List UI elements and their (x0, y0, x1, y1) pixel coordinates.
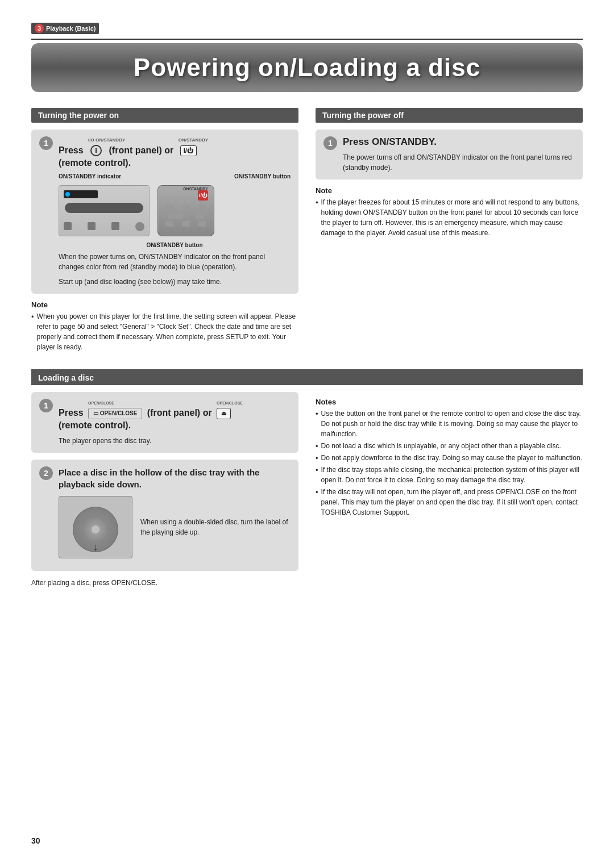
bullet-dot-l3: • (316, 454, 318, 463)
step1-content: Press I/O ON/STANDBY (front panel) or ON… (59, 136, 291, 287)
remote-key-6 (182, 221, 190, 227)
panel-btn-1 (64, 222, 72, 230)
remote-key-4 (196, 213, 204, 219)
chapter-badge: 3 Playback (Basic) (31, 23, 99, 34)
indicator-label: ON/STANDBY indicator (59, 173, 121, 180)
loading-note-text-2: Do not load a disc which is unplayable, … (321, 441, 561, 451)
remote-key-1 (165, 205, 173, 211)
loading-right-col: Notes • Use the button on the front pane… (316, 392, 583, 588)
loading-step1-main: Press OPEN/CLOSE ▭ OPEN/CLOSE (front pan… (59, 399, 291, 432)
power-on-section: Turning the power on 1 Press I/O ON/STAN… (31, 108, 298, 358)
after-placing-text: After placing a disc, press OPEN/CLOSE. (31, 578, 298, 588)
loading-note-text-1: Use the button on the front panel or the… (321, 408, 583, 439)
loading-remote-label: (remote control). (59, 420, 131, 430)
loading-section: Loading a disc 1 Press OPEN/CLOSE ▭ OPEN… (31, 369, 583, 588)
remote-key-5 (165, 221, 173, 227)
panel-disc-slot (65, 203, 143, 213)
loading-step1-num: 1 (39, 399, 53, 412)
power-off-header: Turning the power off (316, 108, 583, 123)
remote-img: ONSTANDBY I/⏻ (157, 185, 214, 236)
disc-arrow-icon: ↓ (93, 541, 98, 553)
diagram-labels: ON/STANDBY indicator ON/STANDBY button (59, 173, 291, 180)
disc-hole (92, 525, 99, 533)
loading-press-label: Press (59, 408, 84, 418)
bullet-dot-l4: • (316, 466, 318, 485)
power-on-step1: 1 Press I/O ON/STANDBY (front panel) or … (31, 130, 298, 294)
loading-note-text-4: If the disc tray stops while closing, th… (321, 465, 583, 485)
remote-row-1 (161, 205, 210, 211)
main-title: Powering on/Loading a disc (48, 53, 566, 82)
button-label-top: ON/STANDBY button (234, 173, 291, 180)
power-circle-icon (90, 145, 102, 156)
bullet-dot-l2: • (316, 442, 318, 451)
loading-note-text-3: Do not apply downforce to the disc tray.… (321, 453, 582, 463)
power-on-note: Note • When you power on this player for… (31, 301, 298, 352)
power-off-section: Turning the power off 1 Press ON/STANDBY… (316, 108, 583, 358)
power-off-step1-body: The power turns off and ON/STANDBY indic… (343, 152, 575, 173)
remote-row-3 (161, 221, 210, 227)
bullet-dot-l1: • (316, 410, 318, 439)
loading-note-text-5: If the disc tray will not open, turn the… (321, 487, 583, 518)
press-on-standby-title: Press ON/STANDBY. (343, 136, 575, 148)
power-off-note-title: Note (316, 186, 583, 195)
disc-caption: When using a double-sided disc, turn the… (140, 517, 291, 537)
loading-step2-num: 2 (39, 466, 53, 480)
on-standby-remote-btn: I/⏻ (180, 145, 197, 156)
front-panel-img (59, 185, 150, 236)
power-on-header: Turning the power on (31, 108, 298, 123)
remote-standby-btn-icon: I/⏻ (198, 190, 208, 201)
page-number: 30 (31, 836, 40, 845)
power-on-note-text: When you power on this player for the fi… (37, 311, 298, 352)
on-standby-remote-top-label: ON/STANDBY (179, 137, 208, 143)
remote-key-7 (198, 221, 206, 227)
loading-step2-title: Place a disc in the hollow of the disc t… (59, 466, 291, 490)
remote-key-2 (182, 205, 190, 211)
front-panel-text: (front panel) or (109, 145, 174, 155)
two-column-section: Turning the power on 1 Press I/O ON/STAN… (31, 108, 583, 358)
chapter-title-text: Playback (Basic) (46, 25, 96, 32)
press-label: Press (59, 145, 84, 155)
power-off-step1-num: 1 (323, 136, 337, 150)
loading-notes-title: Notes (316, 398, 583, 406)
loading-note-item-1: • Use the button on the front panel or t… (316, 408, 583, 439)
loading-notes: Notes • Use the button on the front pane… (316, 398, 583, 518)
loading-note-item-2: • Do not load a disc which is unplayable… (316, 441, 583, 451)
loading-step1-content: Press OPEN/CLOSE ▭ OPEN/CLOSE (front pan… (59, 399, 291, 446)
open-close-remote-top-label: OPEN/CLOSE (217, 400, 243, 406)
chapter-bar: 3 Playback (Basic) (31, 23, 583, 34)
on-standby-indicator-top-label: I/O ON/STANDBY (88, 137, 125, 143)
power-off-step1: 1 Press ON/STANDBY. The power turns off … (316, 130, 583, 180)
open-close-top-label: OPEN/CLOSE (88, 400, 114, 406)
step1-body2: Start up (and disc loading (see below)) … (59, 277, 291, 287)
loading-note-item-3: • Do not apply downforce to the disc tra… (316, 453, 583, 463)
panel-btn-round (135, 222, 144, 231)
loading-cols: 1 Press OPEN/CLOSE ▭ OPEN/CLOSE (front p… (31, 392, 583, 588)
power-sym-icon: I/⏻ (184, 147, 193, 154)
diagram-area: ONSTANDBY I/⏻ (59, 185, 291, 236)
front-panel-diagram (59, 185, 150, 236)
page-wrapper: 3 Playback (Basic) Powering on/Loading a… (0, 0, 614, 868)
loading-left-col: 1 Press OPEN/CLOSE ▭ OPEN/CLOSE (front p… (31, 392, 298, 588)
remote-row-2 (161, 213, 210, 219)
power-off-note: Note • If the player freezes for about 1… (316, 186, 583, 238)
on-standby-btn-below-label: ON/STANDBY button (59, 242, 291, 248)
power-off-note-text: If the player freezes for about 15 minut… (321, 197, 583, 238)
loading-note-item-4: • If the disc tray stops while closing, … (316, 465, 583, 485)
bullet-dot-2: • (316, 198, 318, 238)
loading-step1-body: The player opens the disc tray. (59, 436, 291, 446)
bullet-dot: • (31, 312, 34, 352)
eject-btn: ⏏ (217, 408, 231, 419)
disc-diagram: ↓ When using a double-sided disc, turn t… (59, 496, 291, 558)
disc-tray-img: ↓ (59, 496, 132, 558)
remote-key-wide-1 (168, 213, 184, 219)
power-off-step1-content: Press ON/STANDBY. The power turns off an… (343, 136, 575, 173)
panel-btn-2 (88, 222, 96, 230)
loading-front-panel-text: (front panel) or (147, 408, 212, 418)
panel-indicator (64, 190, 98, 198)
step1-number: 1 (39, 136, 53, 150)
loading-header: Loading a disc (31, 370, 583, 385)
loading-step2: 2 Place a disc in the hollow of the disc… (31, 460, 298, 571)
chapter-number: 3 (35, 24, 44, 33)
bullet-dot-l5: • (316, 488, 318, 518)
power-on-note-title: Note (31, 301, 298, 309)
